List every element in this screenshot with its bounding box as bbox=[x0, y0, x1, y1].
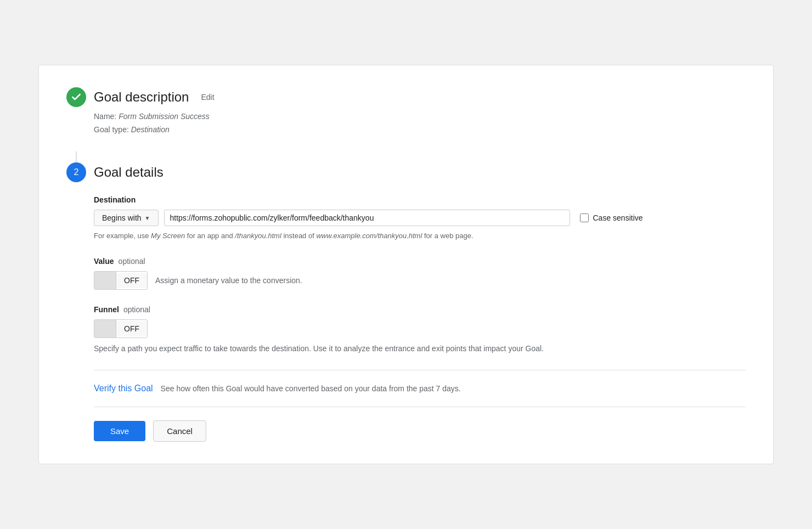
step-number-badge: 2 bbox=[66, 162, 86, 182]
hint-prefix: For example, use bbox=[94, 232, 151, 240]
value-label: Value bbox=[94, 257, 114, 266]
green-check-icon bbox=[66, 87, 86, 107]
verify-description: See how often this Goal would have conve… bbox=[161, 384, 461, 393]
goal-description-meta: Name: Form Submission Success Goal type:… bbox=[66, 110, 746, 137]
name-value: Form Submission Success bbox=[119, 112, 210, 121]
hint-suffix: for a web page. bbox=[422, 232, 473, 240]
goal-type-label: Goal type: bbox=[94, 125, 129, 134]
value-field: Value optional OFF Assign a monetary val… bbox=[94, 257, 746, 290]
verify-goal-link[interactable]: Verify this Goal bbox=[94, 384, 153, 393]
value-label-row: Value optional bbox=[94, 257, 746, 266]
hint-path: /thankyou.html bbox=[235, 232, 281, 240]
divider-top bbox=[94, 370, 746, 370]
action-row: Save Cancel bbox=[94, 420, 746, 442]
hint-instead: instead of bbox=[281, 232, 317, 240]
save-button[interactable]: Save bbox=[94, 421, 145, 441]
step-connector bbox=[76, 151, 77, 162]
goal-details-body: Destination Begins with ▼ Case sensitive… bbox=[66, 195, 746, 442]
goal-description-title: Goal description bbox=[94, 89, 189, 105]
funnel-optional: optional bbox=[123, 305, 150, 314]
destination-url-input[interactable] bbox=[164, 210, 570, 226]
toggle-track bbox=[94, 272, 116, 289]
hint-url: www.example.com/thankyou.html bbox=[316, 232, 422, 240]
verify-row: Verify this Goal See how often this Goal… bbox=[94, 384, 746, 393]
funnel-toggle-label: OFF bbox=[116, 321, 147, 336]
funnel-field: Funnel optional OFF Specify a path you e… bbox=[94, 305, 746, 354]
value-optional: optional bbox=[119, 257, 145, 266]
chevron-down-icon: ▼ bbox=[145, 215, 150, 221]
funnel-description: Specify a path you expect traffic to tak… bbox=[94, 342, 697, 354]
goal-details-title: Goal details bbox=[94, 165, 163, 180]
case-sensitive-row: Case sensitive bbox=[580, 213, 643, 222]
value-description: Assign a monetary value to the conversio… bbox=[155, 276, 302, 285]
funnel-label: Funnel bbox=[94, 305, 119, 314]
destination-hint: For example, use My Screen for an app an… bbox=[94, 230, 746, 241]
funnel-label-row: Funnel optional bbox=[94, 305, 746, 314]
case-sensitive-label: Case sensitive bbox=[593, 213, 643, 222]
goal-description-header: Goal description Edit bbox=[66, 87, 746, 107]
begins-with-label: Begins with bbox=[102, 213, 142, 222]
hint-middle: for an app and bbox=[185, 232, 235, 240]
goal-name-line: Name: Form Submission Success bbox=[94, 110, 746, 123]
funnel-toggle-row: OFF bbox=[94, 319, 746, 338]
value-toggle-row: OFF Assign a monetary value to the conve… bbox=[94, 271, 746, 290]
funnel-toggle[interactable]: OFF bbox=[94, 319, 148, 338]
begins-with-dropdown[interactable]: Begins with ▼ bbox=[94, 210, 159, 226]
edit-link[interactable]: Edit bbox=[201, 93, 214, 102]
cancel-button[interactable]: Cancel bbox=[153, 420, 206, 442]
case-sensitive-checkbox[interactable] bbox=[580, 213, 589, 222]
hint-app: My Screen bbox=[151, 232, 185, 240]
goal-type-value: Destination bbox=[131, 125, 170, 134]
goal-type-line: Goal type: Destination bbox=[94, 123, 746, 137]
name-label: Name: bbox=[94, 112, 116, 121]
goal-description-section: Goal description Edit Name: Form Submiss… bbox=[66, 87, 746, 137]
divider-bottom bbox=[94, 407, 746, 407]
goal-details-header: 2 Goal details bbox=[66, 162, 746, 182]
value-toggle-label: OFF bbox=[116, 273, 147, 288]
destination-label: Destination bbox=[94, 195, 746, 204]
goal-details-section: 2 Goal details Destination Begins with ▼… bbox=[66, 162, 746, 442]
funnel-toggle-track bbox=[94, 320, 116, 337]
destination-row: Begins with ▼ Case sensitive bbox=[94, 210, 746, 226]
value-toggle[interactable]: OFF bbox=[94, 271, 148, 290]
main-card: Goal description Edit Name: Form Submiss… bbox=[38, 65, 774, 464]
